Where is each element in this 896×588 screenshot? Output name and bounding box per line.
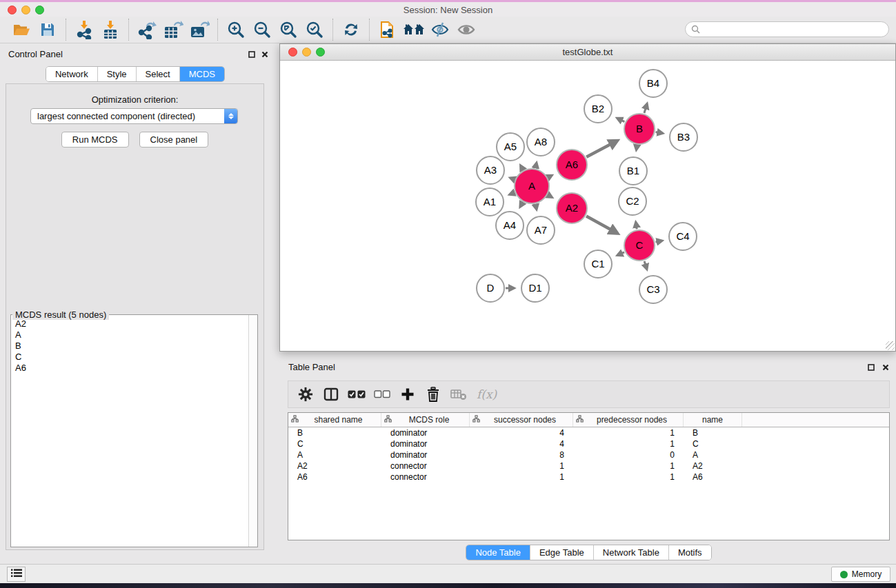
close-panel-icon[interactable]	[260, 50, 270, 59]
graph-edge-B-B2[interactable]	[617, 118, 625, 121]
show-details-button[interactable]	[453, 19, 479, 41]
window-resize-grip[interactable]	[886, 341, 895, 350]
zoom-selected-button[interactable]	[301, 19, 328, 41]
memory-button[interactable]: Memory	[831, 567, 890, 582]
deselect-all-columns-button[interactable]	[369, 383, 395, 405]
function-builder-button[interactable]: f(x)	[471, 383, 502, 405]
graph-edge-C-C3[interactable]	[644, 261, 647, 270]
search-input[interactable]	[704, 23, 888, 36]
graph-edge-A-A7[interactable]	[535, 204, 536, 209]
graph-node-C4[interactable]: C4	[669, 223, 697, 250]
graph-node-A4[interactable]: A4	[496, 212, 524, 239]
graph-node-B2[interactable]: B2	[584, 95, 612, 123]
refresh-button[interactable]	[338, 19, 364, 41]
result-item[interactable]: C	[12, 352, 248, 363]
graph-edge-A6-B[interactable]	[586, 141, 617, 157]
open-session-button[interactable]	[8, 19, 34, 41]
graph-edge-A-A6[interactable]	[548, 175, 552, 177]
select-all-columns-button[interactable]	[344, 383, 369, 405]
close-table-panel-icon[interactable]	[881, 363, 890, 372]
graph-node-B1[interactable]: B1	[619, 157, 647, 185]
column-header-name[interactable]: name	[684, 413, 742, 427]
float-table-panel-icon[interactable]	[866, 363, 876, 372]
zoom-in-button[interactable]	[223, 19, 249, 41]
search-field[interactable]	[685, 21, 889, 37]
graph-node-C1[interactable]: C1	[584, 250, 612, 278]
graph-node-A3[interactable]: A3	[477, 156, 504, 184]
tab-edge-table[interactable]: Edge Table	[530, 545, 594, 560]
graph-node-B[interactable]: B	[624, 114, 655, 144]
network-canvas[interactable]: B4B2BB3A8A5A6A3B1AA1C2A2A4A7C4CC1C3DD1	[280, 61, 895, 351]
split-columns-button[interactable]	[318, 383, 344, 405]
result-scrollbar[interactable]	[248, 315, 257, 547]
graph-edge-A-A1[interactable]	[510, 193, 515, 195]
result-item[interactable]: A6	[12, 363, 248, 374]
graph-edge-B-B3[interactable]	[656, 132, 663, 133]
table-row[interactable]: A6 connector 1 1 A6	[288, 472, 889, 483]
export-table-button[interactable]	[160, 19, 186, 41]
column-header-mcds-role[interactable]: MCDS role	[381, 413, 470, 427]
table-row[interactable]: B dominator 4 1 B	[288, 427, 889, 438]
graph-edge-C-C2[interactable]	[636, 222, 637, 229]
tab-network[interactable]: Network	[46, 67, 98, 81]
graph-edge-C-C1[interactable]	[617, 252, 624, 256]
table-row[interactable]: A dominator 8 0 A	[288, 449, 889, 460]
graph-edge-A-A2[interactable]	[548, 195, 552, 197]
tab-node-table[interactable]: Node Table	[466, 545, 530, 560]
graph-edge-A-A8[interactable]	[535, 163, 536, 168]
zoom-out-button[interactable]	[249, 19, 275, 41]
graph-edge-A-A5[interactable]	[521, 165, 523, 170]
graph-node-A7[interactable]: A7	[527, 216, 555, 244]
graph-node-C[interactable]: C	[624, 230, 655, 261]
graph-node-C3[interactable]: C3	[639, 276, 667, 303]
graph-edge-C-C4[interactable]	[656, 241, 662, 242]
table-row[interactable]: A2 connector 1 1 A2	[288, 460, 889, 472]
tab-network-table[interactable]: Network Table	[594, 545, 669, 560]
import-network-button[interactable]	[71, 19, 97, 41]
graph-node-A1[interactable]: A1	[476, 188, 504, 216]
column-header-successor-nodes[interactable]: successor nodes	[470, 413, 573, 427]
export-image-button[interactable]	[186, 19, 212, 41]
houses-button[interactable]	[401, 19, 427, 41]
graph-node-B3[interactable]: B3	[670, 123, 697, 151]
result-item[interactable]: A2	[12, 318, 248, 330]
graph-edge-A2-C[interactable]	[586, 216, 617, 234]
zoom-fit-button[interactable]	[275, 19, 301, 41]
delete-table-button[interactable]	[446, 383, 471, 405]
tab-style[interactable]: Style	[98, 67, 137, 81]
save-session-button[interactable]	[34, 19, 61, 41]
column-header-shared-name[interactable]: shared name	[288, 413, 381, 427]
task-history-button[interactable]	[7, 567, 26, 582]
new-network-from-selection-button[interactable]	[375, 19, 401, 41]
tab-mcds[interactable]: MCDS	[180, 67, 224, 81]
graph-node-A8[interactable]: A8	[527, 128, 555, 156]
graph-node-D[interactable]: D	[477, 274, 504, 302]
delete-column-button[interactable]	[420, 383, 446, 405]
tab-select[interactable]: Select	[137, 67, 180, 81]
float-panel-icon[interactable]	[247, 50, 257, 59]
export-network-button[interactable]	[134, 19, 160, 41]
graph-node-A[interactable]: A	[515, 169, 549, 203]
graph-node-B4[interactable]: B4	[639, 70, 667, 97]
graph-node-A6[interactable]: A6	[557, 150, 587, 180]
graph-edge-B-B4[interactable]	[644, 103, 647, 113]
run-mcds-button[interactable]: Run MCDS	[61, 132, 129, 148]
hide-details-button[interactable]	[427, 19, 453, 41]
graph-node-A2[interactable]: A2	[557, 193, 587, 223]
add-column-button[interactable]	[395, 383, 420, 405]
graph-node-A5[interactable]: A5	[497, 133, 524, 161]
graph-edge-A-A4[interactable]	[520, 203, 523, 207]
table-row[interactable]: C dominator 4 1 C	[288, 438, 889, 449]
close-panel-button[interactable]: Close panel	[139, 132, 209, 148]
graph-edge-B-B1[interactable]	[636, 145, 637, 150]
graph-edge-A-A3[interactable]	[510, 178, 515, 179]
criterion-dropdown[interactable]: largest connected component (directed)	[30, 108, 238, 124]
column-header-predecessor-nodes[interactable]: predecessor nodes	[573, 413, 684, 427]
result-item[interactable]: B	[12, 341, 248, 352]
graph-node-D1[interactable]: D1	[521, 274, 549, 302]
result-item[interactable]: A	[12, 330, 248, 341]
table-settings-button[interactable]	[292, 383, 318, 405]
tab-motifs[interactable]: Motifs	[669, 545, 711, 560]
graph-node-C2[interactable]: C2	[619, 187, 646, 215]
import-table-button[interactable]	[97, 19, 123, 41]
